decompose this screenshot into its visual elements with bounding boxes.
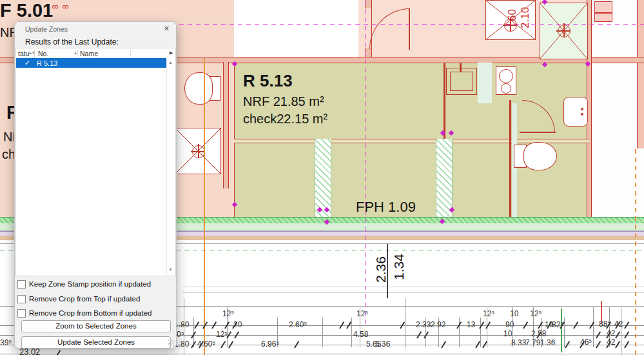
dimension-label: 6.96⁵ [261, 340, 279, 348]
zone-row-r-5-13[interactable]: ✓ R 5.13 [16, 58, 167, 68]
update-zones-dialog: Update Zones ✕ Results of the Last Updat… [14, 21, 177, 349]
dimension-label: 2.92 [431, 320, 445, 329]
close-icon[interactable]: ✕ [164, 25, 170, 33]
dimension-label: 42 [607, 338, 615, 346]
dimension-label: 8.33 [511, 338, 526, 347]
name-column-header[interactable]: Name [80, 50, 98, 57]
checkbox-icon[interactable] [17, 295, 26, 303]
dimension-label: 20 [233, 320, 242, 329]
dimension-label: 46⁵ [580, 338, 592, 346]
dimension-label: 12⁵ [483, 309, 494, 318]
dimension-label: 12⁵ [356, 309, 368, 318]
checkbox-label: Remove Crop from Bottom if updated [29, 309, 151, 317]
checkbox-remove-crop-top[interactable]: Remove Crop from Top if updated [17, 294, 172, 303]
dimension-label: 5.36 [375, 340, 390, 348]
zoom-to-selected-zones-button[interactable]: Zoom to Selected Zones [21, 320, 171, 332]
scroll-up-icon[interactable]: ▲ [168, 60, 173, 65]
status-column-header[interactable]: tatu [18, 50, 30, 57]
dimension-label: 13 [467, 320, 475, 329]
dimension-label: 42 [614, 320, 623, 328]
dimension-label: 90 [505, 320, 514, 329]
dimension-label: 4.58 [353, 330, 368, 338]
dimension-label: 12⁵ [222, 309, 234, 318]
checkbox-remove-crop-bottom[interactable]: Remove Crop from Bottom if updated [17, 309, 172, 318]
list-scrollbar[interactable]: ▲ ▼ [166, 58, 175, 275]
dimension-label: 88⁵ [599, 320, 610, 328]
zone-results-table: tatu ▲▼ No. ▲ Name ▶ ✓ R 5.13 ▲ ▼ [15, 48, 176, 276]
dimension-label: 7.79 [525, 338, 540, 347]
checkbox-icon[interactable] [17, 280, 26, 289]
checkbox-label: Keep Zone Stamp position if updated [29, 280, 151, 288]
dimension-label: 2.58 [531, 329, 546, 338]
dialog-subtitle: Results of the Last Update: [25, 37, 119, 46]
update-selected-zones-button[interactable]: Update Selected Zones [21, 336, 171, 349]
check-icon: ✓ [24, 59, 30, 67]
checkbox-keep-zone-stamp[interactable]: Keep Zone Stamp position if updated [17, 279, 172, 289]
dimension-label: 12⁵ [216, 330, 228, 338]
header-more-icon[interactable]: ▶ [170, 50, 173, 56]
zone-row-number: R 5.13 [37, 59, 57, 67]
checkbox-label: Remove Crop from Top if updated [29, 295, 140, 303]
table-header: tatu ▲▼ No. ▲ Name ▶ [16, 48, 175, 59]
dimension-label: 39⁵ [0, 338, 12, 347]
dimension-label: 10 [503, 329, 512, 338]
dimension-label: 10 [510, 309, 518, 318]
dimension-label: 4.60⁵ [197, 340, 215, 348]
dialog-title: Update Zones [25, 25, 68, 33]
resize-grip[interactable] [168, 340, 175, 347]
dimension-label: 82⁵ [552, 320, 563, 329]
scroll-down-icon[interactable]: ▼ [168, 267, 173, 272]
dimension-label: 12⁵ [530, 309, 542, 318]
checkbox-icon[interactable] [17, 309, 26, 318]
dimension-label: 42 [607, 329, 615, 337]
dimension-label: 2.60⁵ [289, 320, 307, 329]
dimension-label: 2.33 [416, 320, 431, 329]
no-column-header[interactable]: No. [38, 50, 48, 57]
application-window: F 5.01NRRNRFcheckR 5.13NRF 21.85 m²check… [0, 0, 644, 355]
dimension-label: 1.36 [540, 338, 555, 347]
